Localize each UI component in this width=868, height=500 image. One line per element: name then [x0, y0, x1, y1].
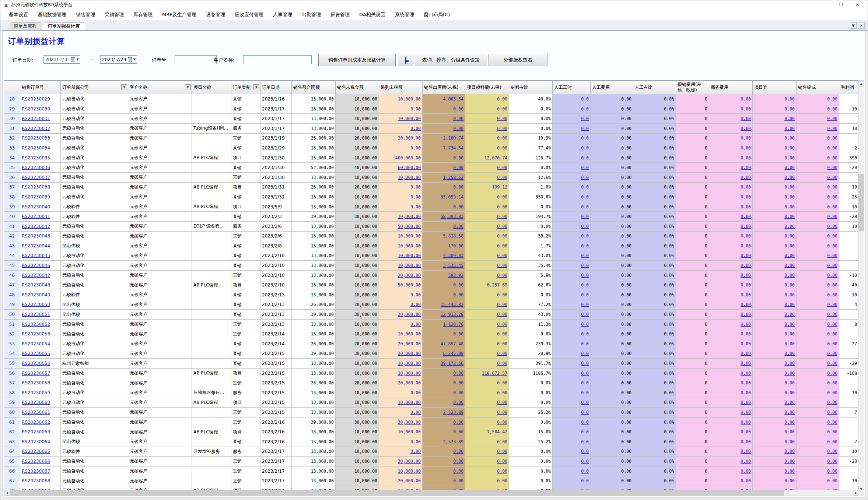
- business-fee-link[interactable]: 0.00: [741, 106, 751, 112]
- outbound-amount-link[interactable]: 0.00: [453, 420, 463, 425]
- material-issue-link[interactable]: 0.00: [497, 204, 507, 209]
- commission-link[interactable]: 0.00: [827, 243, 837, 249]
- order-number-link[interactable]: RS20230057: [22, 371, 50, 376]
- labor-hours-link[interactable]: 0.0: [581, 194, 589, 200]
- order-number-link[interactable]: RS20230068: [22, 478, 50, 483]
- order-number-link[interactable]: RS20230054: [22, 341, 50, 346]
- horizontal-scroll-thumb[interactable]: [10, 490, 784, 496]
- business-fee-link[interactable]: 0.00: [741, 322, 751, 327]
- outbound-amount-link[interactable]: 7,734.54: [443, 145, 463, 151]
- project-bonus-link[interactable]: 0.00: [784, 371, 795, 376]
- row-number[interactable]: 51: [4, 319, 20, 329]
- commission-link[interactable]: 0.00: [827, 116, 837, 121]
- order-number-link[interactable]: RS20230048: [22, 282, 50, 288]
- material-issue-link[interactable]: 0.00: [497, 96, 507, 102]
- project-bonus-link[interactable]: 0.00: [784, 116, 795, 121]
- purchase-untaxed-link[interactable]: 10,000.00: [398, 263, 421, 268]
- tab-close-icon[interactable]: ✕: [858, 22, 865, 29]
- purchase-untaxed-link[interactable]: 10,000.00: [398, 243, 421, 249]
- business-fee-link[interactable]: 0.00: [741, 410, 751, 415]
- commission-link[interactable]: 0.00: [827, 380, 837, 385]
- commission-link[interactable]: 0.00: [827, 292, 837, 297]
- row-number[interactable]: 58: [4, 388, 20, 398]
- project-bonus-link[interactable]: 0.00: [784, 194, 795, 200]
- purchase-untaxed-link[interactable]: 50,000.00: [398, 224, 421, 229]
- date-from-picker[interactable]: 2023/ 1/ 1 ▼: [43, 55, 80, 64]
- business-fee-link[interactable]: 0.00: [741, 390, 751, 395]
- project-bonus-link[interactable]: 0.00: [784, 135, 795, 141]
- commission-link[interactable]: 0.00: [827, 253, 837, 258]
- minimize-icon[interactable]: —: [817, 1, 833, 9]
- outbound-amount-link[interactable]: 39,172.56: [441, 361, 463, 366]
- menu-item-OA相关设置[interactable]: OA相关设置: [354, 10, 390, 19]
- purchase-untaxed-link[interactable]: 400,000.00: [395, 155, 421, 161]
- purchase-untaxed-link[interactable]: 10,000.00: [398, 371, 421, 376]
- labor-hours-link[interactable]: 0.0: [581, 126, 589, 131]
- commission-link[interactable]: 0.00: [827, 135, 837, 141]
- project-bonus-link[interactable]: 0.00: [784, 312, 795, 317]
- column-header-项目领料额(未税)[interactable]: 项目领料额(未税): [465, 81, 509, 94]
- outbound-amount-link[interactable]: 592.92: [448, 273, 463, 278]
- material-issue-link[interactable]: 12,070.74: [484, 155, 507, 161]
- row-number[interactable]: 44: [4, 251, 20, 261]
- row-number[interactable]: 38: [4, 192, 20, 202]
- project-bonus-link[interactable]: 0.00: [784, 429, 795, 434]
- column-header-采购未税额[interactable]: 采购未税额: [379, 81, 423, 94]
- row-number[interactable]: 49: [4, 300, 20, 310]
- row-number[interactable]: 29: [4, 104, 20, 114]
- row-number[interactable]: 63: [4, 437, 20, 447]
- row-number[interactable]: 50: [4, 310, 20, 320]
- commission-link[interactable]: 0.00: [827, 224, 837, 229]
- column-header-材料占比[interactable]: 材料占比: [509, 81, 553, 94]
- labor-hours-link[interactable]: 0.0: [581, 322, 589, 327]
- purchase-untaxed-link[interactable]: 10,000.00: [398, 214, 421, 219]
- outbound-amount-link[interactable]: 12,913.28: [441, 312, 463, 317]
- outbound-amount-link[interactable]: 4,300.83: [443, 253, 463, 258]
- purchase-untaxed-link[interactable]: 20,000.00: [398, 341, 421, 346]
- commission-link[interactable]: 0.00: [827, 155, 837, 161]
- row-number[interactable]: 57: [4, 378, 20, 388]
- row-number[interactable]: 35: [4, 163, 20, 173]
- order-number-link[interactable]: RS20230047: [22, 273, 50, 278]
- commission-link[interactable]: 0.00: [827, 390, 837, 395]
- material-issue-link[interactable]: 0.00: [497, 233, 507, 239]
- commission-link[interactable]: 0.00: [827, 145, 837, 151]
- business-fee-link[interactable]: 0.00: [741, 439, 751, 444]
- commission-link[interactable]: 0.00: [827, 400, 837, 405]
- menu-item-出勤管理[interactable]: 出勤管理: [297, 10, 326, 19]
- order-no-input[interactable]: [175, 55, 217, 64]
- vertical-scroll-thumb[interactable]: [858, 174, 864, 231]
- project-bonus-link[interactable]: 0.00: [784, 380, 795, 385]
- column-header-销售出库额(未税)[interactable]: 销售出库额(未税): [423, 81, 465, 94]
- order-number-link[interactable]: RS20230050: [22, 302, 50, 307]
- business-fee-link[interactable]: 0.00: [741, 351, 751, 356]
- row-number[interactable]: 67: [4, 476, 20, 486]
- project-bonus-link[interactable]: 0.00: [784, 126, 795, 131]
- business-fee-link[interactable]: 0.00: [741, 233, 751, 239]
- row-number[interactable]: 64: [4, 447, 20, 457]
- row-number[interactable]: 31: [4, 123, 20, 133]
- material-issue-link[interactable]: 0.00: [497, 390, 507, 395]
- order-number-link[interactable]: RS20230063: [22, 429, 50, 434]
- order-number-link[interactable]: RS20230041: [22, 214, 50, 219]
- labor-hours-link[interactable]: 0.0: [581, 400, 589, 405]
- labor-hours-link[interactable]: 0.0: [581, 302, 589, 307]
- outbound-amount-link[interactable]: 5,818.58: [443, 233, 463, 239]
- row-number[interactable]: 32: [4, 133, 20, 143]
- project-bonus-link[interactable]: 0.00: [784, 351, 795, 356]
- column-filter-icon[interactable]: ▼: [121, 84, 127, 90]
- date-to-picker[interactable]: 2023/ 7/29 ▼: [100, 55, 137, 64]
- order-number-link[interactable]: RS20230030: [22, 106, 50, 112]
- outbound-amount-link[interactable]: 0.00: [453, 282, 463, 288]
- order-number-link[interactable]: RS20230038: [22, 184, 50, 190]
- column-header-订单所属公司[interactable]: 订单所属公司▼: [61, 81, 128, 94]
- material-issue-link[interactable]: 199.12: [492, 184, 507, 190]
- business-fee-link[interactable]: 0.00: [741, 224, 751, 229]
- outbound-amount-link[interactable]: 0.00: [453, 469, 463, 474]
- row-number[interactable]: 36: [4, 172, 20, 182]
- maximize-icon[interactable]: ❐: [833, 1, 849, 9]
- outbound-amount-link[interactable]: 170.00: [448, 243, 463, 249]
- labor-hours-link[interactable]: 0.0: [581, 273, 589, 278]
- commission-link[interactable]: 0.00: [827, 459, 837, 464]
- order-number-link[interactable]: RS20230034: [22, 145, 50, 151]
